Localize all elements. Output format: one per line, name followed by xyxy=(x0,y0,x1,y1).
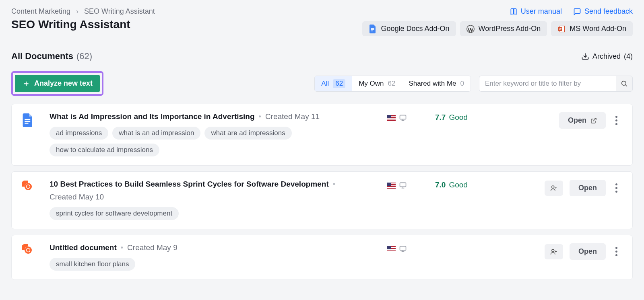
search-icon xyxy=(621,80,628,87)
separator-dot: • xyxy=(121,244,123,251)
wordpress-icon xyxy=(466,25,475,33)
wordpress-addon-button[interactable]: WordPress Add-On xyxy=(460,21,547,36)
tab-label: My Own xyxy=(359,80,384,88)
tab-my-own[interactable]: My Own62 xyxy=(352,76,402,91)
addon-label: WordPress Add-On xyxy=(479,25,541,33)
msword-addon-button[interactable]: MS Word Add-On xyxy=(551,21,633,36)
plus-icon: ＋ xyxy=(22,78,30,89)
book-icon xyxy=(510,8,518,16)
more-actions-button[interactable] xyxy=(612,181,620,195)
breadcrumb-root[interactable]: Content Marketing xyxy=(11,7,70,16)
page-title: SEO Writing Assistant xyxy=(11,18,155,31)
document-card: 10 Best Practices to Build Seamless Spri… xyxy=(11,171,633,229)
chat-icon xyxy=(573,8,581,16)
svg-rect-0 xyxy=(371,28,374,29)
svg-rect-10 xyxy=(25,121,30,122)
document-main: What is Ad Impression and Its Importance… xyxy=(50,112,379,156)
svg-point-19 xyxy=(27,185,30,188)
flag-us-icon xyxy=(387,183,396,189)
share-button[interactable] xyxy=(545,244,563,259)
flag-us-icon xyxy=(387,246,396,252)
external-link-icon xyxy=(590,117,597,124)
tab-count: 0 xyxy=(460,80,464,88)
chevron-right-icon: › xyxy=(76,7,78,16)
send-feedback-label: Send feedback xyxy=(584,7,633,16)
tab-shared-with-me[interactable]: Shared with Me0 xyxy=(402,76,471,91)
open-label: Open xyxy=(578,184,597,192)
document-created: Created May 10 xyxy=(50,193,104,201)
tag[interactable]: what are ad impressions xyxy=(204,127,291,140)
score-label: Good xyxy=(449,181,467,189)
tag[interactable]: how to calculate ad impressions xyxy=(50,144,159,156)
document-created: Created May 11 xyxy=(265,112,320,121)
breadcrumb-current: SEO Writing Assistant xyxy=(84,7,155,16)
archived-link[interactable]: Archived (4) xyxy=(581,52,633,61)
tag[interactable]: ad impressions xyxy=(50,127,108,140)
add-user-icon xyxy=(550,185,557,192)
tab-label: All xyxy=(321,80,329,88)
share-button[interactable] xyxy=(545,181,563,196)
archived-count: (4) xyxy=(624,52,633,61)
addon-label: Google Docs Add-On xyxy=(381,25,449,33)
filter-search-button[interactable] xyxy=(616,76,633,92)
user-manual-label: User manual xyxy=(521,7,562,16)
document-score xyxy=(435,243,516,244)
svg-point-33 xyxy=(552,249,554,252)
document-tags: small kitchen floor plans xyxy=(50,258,379,271)
user-manual-link[interactable]: User manual xyxy=(510,7,562,16)
document-title[interactable]: Untitled document xyxy=(50,243,117,252)
document-actions: Open xyxy=(524,112,620,129)
svg-line-15 xyxy=(593,118,596,121)
document-main: Untitled document•Created May 9small kit… xyxy=(50,243,379,271)
open-button[interactable]: Open xyxy=(570,243,606,260)
separator-dot: • xyxy=(333,181,335,188)
svg-point-7 xyxy=(622,81,626,85)
document-actions: Open xyxy=(524,180,620,196)
add-user-icon xyxy=(550,248,557,255)
document-score: 7.7Good xyxy=(435,112,516,122)
open-label: Open xyxy=(578,247,597,256)
analyze-new-text-button[interactable]: ＋ Analyze new text xyxy=(15,75,100,92)
document-tags: ad impressionswhat is an ad impressionwh… xyxy=(50,127,379,156)
tab-all[interactable]: All62 xyxy=(315,76,352,91)
tag[interactable]: sprint cycles for software development xyxy=(50,207,179,220)
svg-rect-30 xyxy=(400,246,406,250)
open-button[interactable]: Open xyxy=(559,112,606,129)
ownership-tabs: All62My Own62Shared with Me0 xyxy=(314,76,471,92)
archive-icon xyxy=(581,52,589,60)
google-docs-addon-button[interactable]: Google Docs Add-On xyxy=(362,21,456,36)
tag[interactable]: small kitchen floor plans xyxy=(50,258,135,271)
section-title: All Documents (62) xyxy=(11,51,92,62)
svg-rect-1 xyxy=(371,29,374,30)
document-tags: sprint cycles for software development xyxy=(50,207,379,220)
svg-rect-11 xyxy=(25,123,28,123)
svg-rect-12 xyxy=(400,115,406,119)
open-label: Open xyxy=(568,116,586,125)
document-title[interactable]: 10 Best Practices to Build Seamless Spri… xyxy=(50,180,329,189)
section-title-text: All Documents xyxy=(11,51,73,62)
document-main: 10 Best Practices to Build Seamless Spri… xyxy=(50,180,379,220)
semrush-icon xyxy=(22,243,41,256)
document-title[interactable]: What is Ad Impression and Its Importance… xyxy=(50,112,255,121)
more-actions-button[interactable] xyxy=(612,113,620,127)
svg-point-29 xyxy=(27,249,30,252)
document-card: Untitled document•Created May 9small kit… xyxy=(11,235,633,280)
send-feedback-link[interactable]: Send feedback xyxy=(573,7,633,16)
section-title-count: (62) xyxy=(76,51,92,62)
tag[interactable]: what is an ad impression xyxy=(112,127,200,140)
document-locale xyxy=(387,243,427,253)
svg-rect-9 xyxy=(25,119,30,120)
document-score: 7.0Good xyxy=(435,180,516,189)
document-locale xyxy=(387,180,427,189)
score-number: 7.0 xyxy=(435,181,446,189)
document-created: Created May 9 xyxy=(127,243,178,252)
score-number: 7.7 xyxy=(435,113,446,122)
filter-input[interactable] xyxy=(479,76,616,92)
flag-us-icon xyxy=(387,115,396,121)
analyze-button-highlight: ＋ Analyze new text xyxy=(11,71,103,96)
document-locale xyxy=(387,112,427,122)
open-button[interactable]: Open xyxy=(570,180,606,196)
semrush-icon xyxy=(22,180,41,193)
more-actions-button[interactable] xyxy=(612,245,620,259)
svg-rect-2 xyxy=(371,31,373,31)
